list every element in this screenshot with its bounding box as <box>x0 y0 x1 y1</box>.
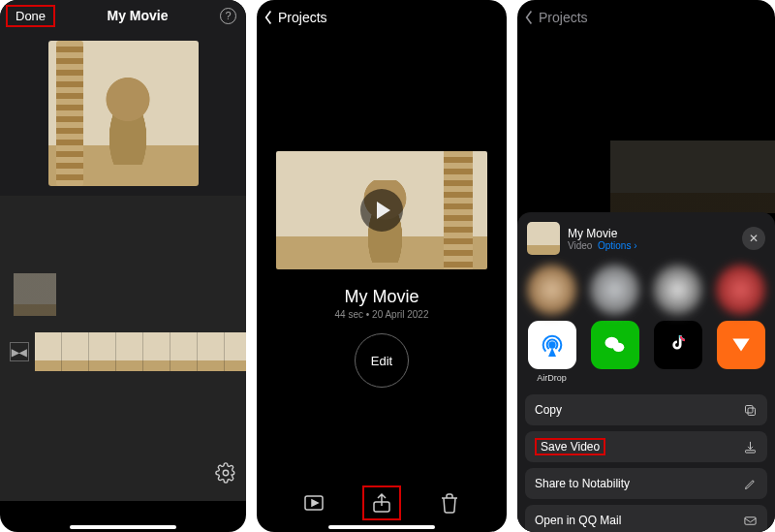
clip-thumbnail[interactable] <box>14 273 56 316</box>
edit-button[interactable]: Edit <box>355 333 409 388</box>
play-icon[interactable] <box>360 189 403 232</box>
svg-rect-10 <box>745 516 756 524</box>
airdrop-icon <box>528 321 576 369</box>
dimmed-video-peek <box>610 141 775 213</box>
share-icon[interactable] <box>370 491 393 515</box>
home-indicator <box>328 525 435 529</box>
share-actions: Copy Save Video Share to Notability Open… <box>517 389 775 532</box>
close-icon[interactable]: ✕ <box>742 227 765 250</box>
trash-icon[interactable] <box>438 491 461 515</box>
share-title: My Movie <box>568 227 734 240</box>
pencil-icon <box>743 477 758 491</box>
preview-image <box>48 41 199 186</box>
copy-icon <box>743 403 758 418</box>
action-label: Copy <box>535 403 562 417</box>
transition-icon[interactable]: ▶◀ <box>10 342 29 361</box>
action-save-video[interactable]: Save Video <box>525 431 767 462</box>
action-copy[interactable]: Copy <box>525 394 767 425</box>
play-outline-icon[interactable] <box>302 491 326 515</box>
project-toolbar <box>257 485 507 520</box>
share-title-block: My Movie Video Options › <box>568 227 734 251</box>
action-label: Save Video <box>535 438 605 455</box>
movie-title: My Movie <box>108 8 169 23</box>
app-tiktok[interactable] <box>653 321 702 383</box>
svg-point-4 <box>549 342 554 347</box>
project-screen: Projects My Movie 44 sec • 20 April 2022… <box>257 0 507 532</box>
svg-point-6 <box>612 343 624 352</box>
app-other[interactable] <box>716 321 765 383</box>
done-button[interactable]: Done <box>6 5 55 27</box>
share-contacts-row[interactable] <box>517 265 775 315</box>
share-apps-row: AirDrop <box>517 315 775 389</box>
timeline-area[interactable]: ▶◀ <box>0 196 246 501</box>
app-wechat[interactable] <box>590 321 639 383</box>
mail-icon <box>743 514 758 528</box>
svg-rect-9 <box>746 450 756 453</box>
action-share-notability[interactable]: Share to Notability <box>525 468 767 499</box>
share-button-wrapper <box>362 485 401 520</box>
action-label: Open in QQ Mail <box>535 514 621 527</box>
video-player[interactable] <box>257 151 507 269</box>
action-label: Share to Notability <box>535 477 630 490</box>
back-label-dim: Projects <box>539 10 588 25</box>
preview-area <box>0 31 246 196</box>
wechat-icon <box>591 321 639 369</box>
frame-strip[interactable] <box>35 332 246 371</box>
app-label <box>590 373 639 383</box>
timeline-track[interactable]: ▶◀ <box>0 331 246 372</box>
app-label: AirDrop <box>527 373 576 383</box>
contact-avatar[interactable] <box>716 265 765 315</box>
svg-rect-7 <box>748 408 756 416</box>
share-sheet-screen: Projects My Movie Video Options › ✕ <box>517 0 775 532</box>
project-subtitle: 44 sec • 20 April 2022 <box>257 309 507 320</box>
project-title: My Movie <box>257 287 507 307</box>
share-sheet: My Movie Video Options › ✕ <box>517 212 775 532</box>
home-indicator <box>70 525 176 529</box>
share-thumbnail <box>527 222 560 255</box>
contact-avatar[interactable] <box>590 265 639 315</box>
editor-screen: Done My Movie ? ▶◀ <box>0 0 246 532</box>
contact-avatar[interactable] <box>527 265 576 315</box>
help-icon[interactable]: ? <box>220 8 236 24</box>
back-to-projects-dim: Projects <box>517 0 775 35</box>
app-airdrop[interactable]: AirDrop <box>527 321 576 383</box>
svg-marker-2 <box>312 500 318 506</box>
gear-icon[interactable] <box>215 462 236 484</box>
svg-point-0 <box>223 470 229 476</box>
app-label <box>653 373 702 383</box>
tiktok-icon <box>654 321 702 369</box>
back-to-projects[interactable]: Projects <box>257 0 507 35</box>
back-label: Projects <box>278 10 327 25</box>
contact-avatar[interactable] <box>653 265 702 315</box>
download-icon <box>743 440 758 454</box>
share-subtitle: Video <box>568 240 592 251</box>
share-options-link[interactable]: Options › <box>598 240 637 251</box>
share-sheet-header: My Movie Video Options › ✕ <box>517 212 775 265</box>
action-open-qqmail[interactable]: Open in QQ Mail <box>525 505 767 532</box>
svg-rect-8 <box>746 405 754 413</box>
other-app-icon <box>717 321 765 369</box>
app-label <box>716 373 765 383</box>
editor-header: Done My Movie ? <box>0 0 246 31</box>
